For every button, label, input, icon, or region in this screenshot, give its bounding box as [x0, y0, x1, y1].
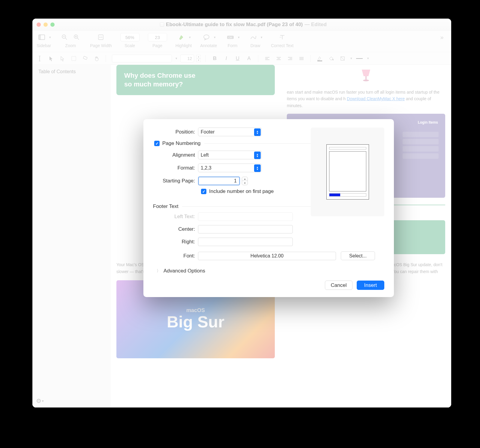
svg-line-6 [77, 38, 79, 40]
starting-page-input[interactable] [198, 176, 240, 185]
starting-page-stepper[interactable]: ▴▾ [242, 177, 248, 185]
svg-text:OK: OK [229, 36, 232, 39]
svg-line-35 [341, 57, 344, 60]
window-title: Ebook-Ultimate guide to fix slow Mac.pdf… [55, 22, 432, 28]
line-weight-button[interactable] [355, 54, 364, 63]
alignment-label: Alignment [153, 152, 198, 158]
cancel-button[interactable]: Cancel [325, 281, 352, 290]
page-width-button[interactable] [96, 33, 106, 41]
svg-point-11 [204, 35, 209, 39]
chevron-right-icon: 〉 [157, 268, 160, 274]
center-text-label: Center: [153, 226, 198, 232]
chevron-down-icon[interactable]: ▾ [367, 56, 369, 60]
footer-text-heading: Footer Text [153, 203, 178, 209]
marquee-tool[interactable] [70, 54, 78, 63]
left-text-input [198, 212, 293, 221]
scale-field[interactable]: 56% [120, 33, 140, 41]
italic-button[interactable]: I [222, 54, 230, 63]
align-right-button[interactable] [286, 54, 294, 63]
chevron-down-icon[interactable]: ▾ [176, 56, 177, 60]
font-label: Font: [153, 253, 198, 259]
svg-point-38 [363, 80, 369, 81]
font-size-field[interactable]: 12 [180, 55, 194, 62]
select-arrows-icon: ▲▼ [254, 152, 261, 159]
text-cursor-tool[interactable] [35, 54, 44, 63]
arrow-tool[interactable] [47, 54, 55, 63]
sidebar-title: Table of Contents [38, 69, 104, 74]
sidebar-label: Sidebar [37, 43, 51, 48]
include-first-label: Include number on first page [209, 188, 274, 194]
chevron-down-icon[interactable]: ▾ [261, 35, 262, 39]
font-display: Helvetica 12.00 [198, 252, 336, 260]
border-style-button[interactable] [338, 54, 347, 63]
svg-rect-32 [317, 61, 322, 61]
chevron-down-icon[interactable]: ▾ [214, 35, 216, 39]
advanced-options-label: Advanced Options [164, 268, 205, 274]
edited-indicator: — Edited [304, 22, 327, 28]
chevron-down-icon[interactable]: ▾ [238, 35, 240, 39]
close-window-button[interactable] [37, 23, 41, 27]
include-first-page-checkbox[interactable]: ✓ [201, 189, 206, 194]
correct-text-button[interactable] [277, 33, 287, 41]
highlight-button[interactable] [176, 33, 187, 41]
hand-tool[interactable] [92, 54, 101, 63]
align-center-button[interactable] [274, 54, 283, 63]
chevron-down-icon[interactable]: ▾ [350, 56, 352, 60]
sidebar-panel: Table of Contents [32, 65, 110, 407]
eraser-tool[interactable] [81, 54, 89, 63]
correct-text-label: Correct Text [271, 43, 293, 48]
underline-button[interactable]: U [233, 54, 242, 63]
annotate-button[interactable] [201, 33, 212, 41]
bold-button[interactable]: B [211, 54, 219, 63]
format-select[interactable]: 1,2,3 ▲▼ [198, 164, 262, 172]
chevron-down-icon[interactable]: ▾ [189, 35, 191, 39]
chevron-down-icon[interactable]: ▾ [49, 35, 51, 39]
align-left-button[interactable] [263, 54, 272, 63]
document-icon [160, 23, 164, 27]
zoom-label: Zoom [65, 43, 76, 48]
starting-page-label: Starting Page: [153, 178, 198, 184]
draw-label: Draw [250, 43, 260, 48]
page-field[interactable]: 23 [148, 33, 167, 41]
svg-rect-37 [365, 76, 367, 80]
page-width-label: Page Width [90, 43, 112, 48]
font-size-stepper[interactable]: ▴▾ [196, 55, 201, 62]
document-title: Ebook-Ultimate guide to fix slow Mac.pdf… [166, 22, 303, 28]
overflow-button[interactable]: » [437, 33, 447, 41]
download-link[interactable]: Download CleanMyMac X here [347, 96, 405, 101]
header-footer-dialog: Position: Footer ▲▼ ✓ Page Numbering Ali… [143, 119, 394, 297]
right-text-input[interactable] [198, 238, 293, 246]
zoom-in-button[interactable] [71, 33, 82, 41]
titlebar: Ebook-Ultimate guide to fix slow Mac.pdf… [32, 19, 451, 31]
fill-color-button[interactable] [327, 54, 335, 63]
zoom-window-button[interactable] [50, 23, 55, 27]
page-numbering-label: Page Numbering [162, 140, 201, 146]
scale-label: Scale [124, 43, 135, 48]
select-arrows-icon: ▲▼ [254, 164, 261, 172]
settings-menu-button[interactable]: ⚙▾ [36, 397, 44, 404]
format-toolbar: ▾ 12 ▴▾ B I U A ▾ ▾ [32, 52, 451, 65]
font-family-select[interactable] [112, 55, 172, 62]
advanced-options-disclosure[interactable]: 〉 Advanced Options [157, 268, 384, 274]
insert-button[interactable]: Insert [357, 281, 384, 290]
select-font-button[interactable]: Select... [341, 251, 375, 260]
zoom-out-button[interactable] [59, 33, 70, 41]
align-justify-button[interactable] [297, 54, 306, 63]
center-text-input[interactable] [198, 225, 293, 233]
page-numbering-checkbox[interactable]: ✓ [154, 141, 160, 146]
main-toolbar: ▾ Sidebar Zoom Page Width 56% Scale 23 P… [32, 31, 451, 52]
highlight-label: Highlight [176, 43, 192, 48]
minimize-window-button[interactable] [44, 23, 48, 27]
app-window: Ebook-Ultimate guide to fix slow Mac.pdf… [32, 19, 451, 407]
sidebar-toggle-button[interactable] [37, 33, 47, 41]
draw-button[interactable] [248, 33, 258, 41]
select-tool[interactable] [58, 54, 67, 63]
position-label: Position: [153, 129, 198, 135]
form-button[interactable]: OK [225, 33, 236, 41]
text-color-button[interactable]: A [245, 54, 253, 63]
alignment-select[interactable]: Left ▲▼ [198, 151, 262, 159]
page-preview [311, 128, 384, 216]
position-select[interactable]: Footer ▲▼ [198, 128, 262, 136]
highlight-color-button[interactable] [316, 54, 324, 63]
right-text-label: Right: [153, 239, 198, 245]
